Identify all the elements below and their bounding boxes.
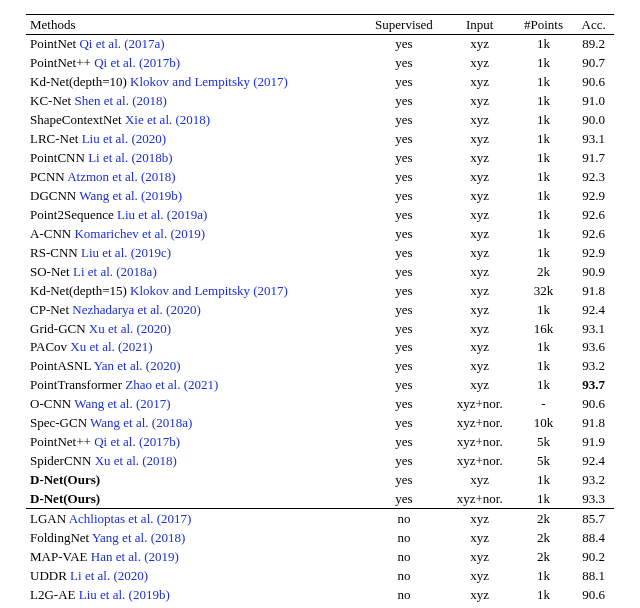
table-row: Point2Sequence Liu et al. (2019a)yesxyz1… [26, 205, 614, 224]
citation[interactable]: Shen et al. (2018) [74, 93, 166, 108]
cell-supervised: yes [362, 73, 445, 92]
cell-acc: 90.0 [573, 111, 614, 130]
citation[interactable]: Li et al. (2018a) [73, 264, 157, 279]
citation[interactable]: Qi et al. (2017b) [94, 55, 180, 70]
citation[interactable]: Nezhadarya et al. (2020) [72, 302, 201, 317]
cell-supervised: yes [362, 319, 445, 338]
cell-acc: 90.6 [573, 73, 614, 92]
citation[interactable]: Wang et al. (2018a) [90, 415, 192, 430]
citation[interactable]: Klokov and Lempitsky (2017) [130, 283, 288, 298]
cell-supervised: yes [362, 452, 445, 471]
col-input: Input [446, 15, 514, 35]
cell-method: PointASNL Yan et al. (2020) [26, 357, 362, 376]
cell-input: xyz [446, 376, 514, 395]
citation[interactable]: Li et al. (2018b) [88, 150, 172, 165]
citation[interactable]: Liu et al. (2019a) [117, 207, 207, 222]
method-name: O-CNN [30, 396, 71, 411]
citation[interactable]: Wang et al. (2019b) [79, 188, 182, 203]
citation[interactable]: Klokov and Lempitsky (2017) [130, 74, 288, 89]
cell-points: 5k [514, 433, 573, 452]
citation[interactable]: Qi et al. (2017a) [79, 36, 164, 51]
method-name: MAP-VAE [30, 549, 88, 564]
citation[interactable]: Liu et al. (2019c) [81, 245, 171, 260]
cell-points: 1k [514, 243, 573, 262]
method-name: FoldingNet [30, 530, 89, 545]
cell-acc: 92.4 [573, 452, 614, 471]
cell-points: 2k [514, 528, 573, 547]
cell-acc: 93.2 [573, 357, 614, 376]
citation[interactable]: Wang et al. (2017) [74, 396, 170, 411]
citation[interactable]: Xu et al. (2021) [70, 339, 152, 354]
table-row: D-Net++(Ours)noxyz1k90.9 [26, 604, 614, 608]
cell-acc: 90.6 [573, 395, 614, 414]
cell-acc: 89.2 [573, 34, 614, 53]
table-row: UDDR Li et al. (2020)noxyz1k88.1 [26, 566, 614, 585]
cell-acc: 88.4 [573, 528, 614, 547]
cell-points: 1k [514, 186, 573, 205]
method-name: D-Net(Ours) [30, 491, 100, 506]
cell-method: PACov Xu et al. (2021) [26, 338, 362, 357]
cell-points: 1k [514, 73, 573, 92]
citation[interactable]: Liu et al. (2019b) [79, 587, 170, 602]
citation[interactable]: Achlioptas et al. (2017) [69, 511, 192, 526]
cell-points: 1k [514, 489, 573, 508]
method-name: DGCNN [30, 188, 76, 203]
cell-points: 10k [514, 414, 573, 433]
cell-method: ShapeContextNet Xie et al. (2018) [26, 111, 362, 130]
page: Methods Supervised Input #Points Acc. Po… [0, 0, 640, 608]
method-name: Kd-Net(depth=15) [30, 283, 127, 298]
cell-supervised: no [362, 509, 445, 528]
cell-acc: 90.6 [573, 585, 614, 604]
citation[interactable]: Yan et al. (2020) [94, 358, 181, 373]
cell-method: KC-Net Shen et al. (2018) [26, 92, 362, 111]
table-row: FoldingNet Yang et al. (2018)noxyz2k88.4 [26, 528, 614, 547]
citation[interactable]: Qi et al. (2017b) [94, 434, 180, 449]
citation[interactable]: Zhao et al. (2021) [125, 377, 218, 392]
cell-method: SpiderCNN Xu et al. (2018) [26, 452, 362, 471]
method-name: PointCNN [30, 150, 85, 165]
cell-points: 1k [514, 130, 573, 149]
table-row: PointNet Qi et al. (2017a)yesxyz1k89.2 [26, 34, 614, 53]
cell-method: A-CNN Komarichev et al. (2019) [26, 224, 362, 243]
cell-points: 32k [514, 281, 573, 300]
cell-supervised: yes [362, 205, 445, 224]
cell-points: 1k [514, 149, 573, 168]
cell-input: xyz [446, 243, 514, 262]
cell-method: SO-Net Li et al. (2018a) [26, 262, 362, 281]
cell-supervised: no [362, 604, 445, 608]
table-row: Grid-GCN Xu et al. (2020)yesxyz16k93.1 [26, 319, 614, 338]
cell-supervised: yes [362, 281, 445, 300]
method-name: PACov [30, 339, 67, 354]
method-name: PCNN [30, 169, 65, 184]
cell-supervised: yes [362, 224, 445, 243]
col-methods: Methods [26, 15, 362, 35]
method-name: CP-Net [30, 302, 69, 317]
table-row: CP-Net Nezhadarya et al. (2020)yesxyz1k9… [26, 300, 614, 319]
table-row: PointNet++ Qi et al. (2017b)yesxyz1k90.7 [26, 54, 614, 73]
cell-acc: 85.7 [573, 509, 614, 528]
citation[interactable]: Xie et al. (2018) [125, 112, 210, 127]
citation[interactable]: Yang et al. (2018) [92, 530, 185, 545]
cell-acc: 92.9 [573, 243, 614, 262]
cell-acc: 92.9 [573, 186, 614, 205]
citation[interactable]: Xu et al. (2020) [89, 321, 171, 336]
cell-input: xyz [446, 73, 514, 92]
cell-points: 1k [514, 357, 573, 376]
citation[interactable]: Han et al. (2019) [91, 549, 179, 564]
cell-points: 1k [514, 338, 573, 357]
cell-input: xyz [446, 585, 514, 604]
citation[interactable]: Li et al. (2020) [70, 568, 148, 583]
citation[interactable]: Liu et al. (2020) [82, 131, 166, 146]
cell-acc: 92.3 [573, 168, 614, 187]
table-row: KC-Net Shen et al. (2018)yesxyz1k91.0 [26, 92, 614, 111]
citation[interactable]: Xu et al. (2018) [95, 453, 177, 468]
cell-input: xyz [446, 168, 514, 187]
cell-input: xyz+nor. [446, 452, 514, 471]
cell-method: LGAN Achlioptas et al. (2017) [26, 509, 362, 528]
citation[interactable]: Atzmon et al. (2018) [67, 169, 175, 184]
cell-points: 1k [514, 566, 573, 585]
method-name: D-Net(Ours) [30, 472, 100, 487]
cell-acc: 90.9 [573, 604, 614, 608]
citation[interactable]: Komarichev et al. (2019) [74, 226, 205, 241]
table-row: ShapeContextNet Xie et al. (2018)yesxyz1… [26, 111, 614, 130]
